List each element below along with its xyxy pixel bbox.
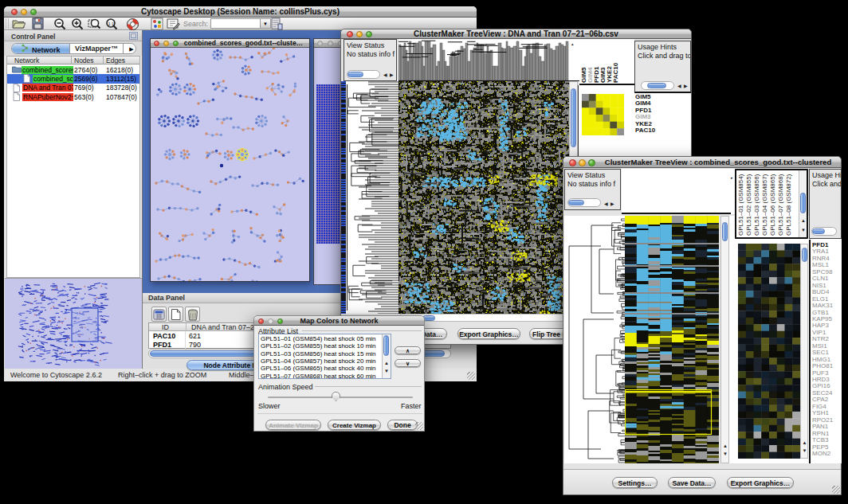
svg-text:1:1: 1:1 [108, 21, 115, 26]
